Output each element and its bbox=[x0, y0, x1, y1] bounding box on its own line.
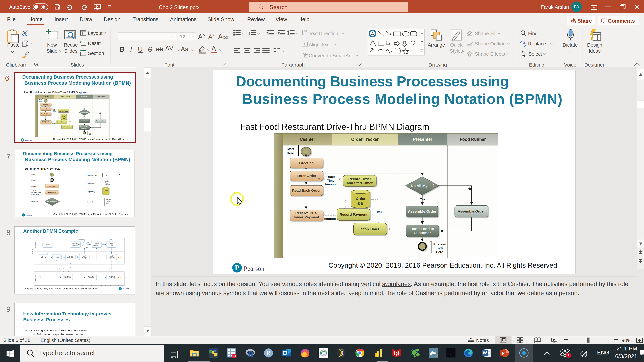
svg-text:Here: Here bbox=[287, 151, 294, 155]
svg-text:Order: Order bbox=[105, 180, 109, 182]
svg-text:Complete: Complete bbox=[64, 275, 70, 277]
svg-text:Here: Here bbox=[106, 203, 109, 204]
svg-text:tomer Payment: tomer Payment bbox=[294, 215, 319, 219]
svg-text:Time: Time bbox=[53, 110, 55, 111]
svg-text:Cashier: Cashier bbox=[300, 137, 315, 142]
svg-text:HR: HR bbox=[34, 258, 36, 260]
svg-text:No: No bbox=[468, 187, 472, 190]
svg-text:Amount: Amount bbox=[324, 217, 336, 221]
svg-text:Notify: Notify bbox=[110, 255, 114, 257]
svg-text:Assemble Order: Assemble Order bbox=[458, 209, 485, 213]
svg-text:14: 14 bbox=[233, 355, 236, 358]
svg-text:Evaluate: Evaluate bbox=[72, 243, 78, 244]
svg-text:Start: Start bbox=[31, 174, 35, 176]
svg-text:Record Order: Record Order bbox=[60, 109, 67, 111]
svg-text:Customer: Customer bbox=[414, 231, 431, 235]
svg-text:A: A bbox=[371, 31, 374, 36]
svg-text:Ends: Ends bbox=[436, 246, 444, 250]
svg-text:Here: Here bbox=[39, 100, 42, 102]
svg-text:Record Order: Record Order bbox=[348, 177, 371, 181]
svg-text:Post ad: Post ad bbox=[55, 256, 59, 258]
svg-text:Amount: Amount bbox=[105, 184, 110, 186]
svg-text:Receive Cus-: Receive Cus- bbox=[295, 211, 318, 215]
svg-text:Record Payment: Record Payment bbox=[57, 121, 66, 123]
svg-text:Applicant: Applicant bbox=[72, 244, 78, 246]
svg-text:Activity: Activity bbox=[31, 190, 36, 192]
svg-text:+: + bbox=[318, 176, 320, 181]
svg-text:Process Flow: Process Flow bbox=[87, 174, 97, 176]
svg-text:Assemble Order: Assemble Order bbox=[408, 209, 436, 214]
svg-text:Food Runner: Food Runner bbox=[460, 137, 486, 142]
svg-text:Amount: Amount bbox=[325, 183, 337, 186]
svg-text:Interview: Interview bbox=[88, 277, 94, 279]
svg-text:DB: DB bbox=[358, 202, 363, 205]
svg-text:Evaluate: Evaluate bbox=[94, 243, 99, 244]
svg-text:Elsewhere: Elsewhere bbox=[31, 194, 39, 196]
svg-text:Cashier: Cashier bbox=[44, 96, 49, 97]
svg-text:Decide on: Decide on bbox=[109, 275, 115, 277]
svg-text:Enter Order: Enter Order bbox=[48, 192, 56, 193]
svg-text:Repository: Repository bbox=[87, 191, 95, 193]
svg-text:Order Tracker: Order Tracker bbox=[61, 96, 70, 97]
svg-text:Time: Time bbox=[327, 179, 334, 182]
svg-text:Do All Myself: Do All Myself bbox=[47, 201, 57, 202]
svg-text:Decision: Decision bbox=[31, 201, 38, 202]
svg-text:Here: Here bbox=[436, 250, 443, 254]
svg-text:No: No bbox=[99, 113, 101, 114]
svg-text:Applicant: Applicant bbox=[94, 244, 99, 246]
svg-text:Assemble Order: Assemble Order bbox=[80, 120, 89, 122]
svg-text:Applicant: Applicant bbox=[109, 257, 115, 259]
svg-text:Assemble Order: Assemble Order bbox=[96, 120, 105, 121]
svg-text:Record Payment: Record Payment bbox=[340, 213, 368, 216]
svg-text:Greeting: Greeting bbox=[43, 104, 48, 105]
svg-text:Company: Company bbox=[32, 248, 34, 254]
svg-text:DB: DB bbox=[105, 192, 107, 193]
svg-text:Customer: Customer bbox=[81, 127, 87, 129]
svg-text:Take Part in: Take Part in bbox=[88, 275, 95, 277]
svg-text:Notify: Notify bbox=[110, 243, 114, 244]
svg-text:Order: Order bbox=[104, 190, 108, 191]
svg-text:Manager: Manager bbox=[34, 242, 36, 248]
svg-text:Documented: Documented bbox=[31, 192, 41, 194]
svg-text:Notify: Notify bbox=[82, 255, 86, 257]
svg-text:Enter Order: Enter Order bbox=[297, 174, 316, 178]
svg-text:Yes: Yes bbox=[420, 197, 426, 201]
svg-text:HR: HR bbox=[111, 244, 113, 246]
svg-text:No: No bbox=[88, 242, 89, 243]
svg-text:Order Tracker: Order Tracker bbox=[351, 137, 379, 142]
svg-text:Activity: Activity bbox=[31, 185, 36, 187]
svg-text:Manager: Manager bbox=[82, 257, 87, 259]
svg-text:Hand Food to: Hand Food to bbox=[410, 227, 434, 231]
svg-text:Order: Order bbox=[52, 109, 55, 110]
svg-text:Data Flow: Data Flow bbox=[87, 182, 94, 184]
svg-text:Greeting: Greeting bbox=[49, 185, 55, 187]
svg-text:Off: Off bbox=[40, 4, 46, 9]
svg-text:Order: Order bbox=[356, 197, 365, 200]
svg-text:Process: Process bbox=[106, 199, 111, 201]
svg-text:Presenter: Presenter bbox=[81, 96, 88, 97]
svg-text:Yes: Yes bbox=[86, 247, 88, 249]
svg-text:Yes: Yes bbox=[84, 116, 85, 117]
svg-text:Do All Myself: Do All Myself bbox=[80, 111, 88, 113]
svg-text:Review: Review bbox=[68, 255, 72, 257]
svg-text:Create ad: Create ad bbox=[45, 244, 51, 245]
svg-text:Time: Time bbox=[375, 210, 382, 214]
svg-text:Start: Start bbox=[286, 147, 294, 151]
svg-text:and Start Timer: and Start Timer bbox=[59, 111, 68, 112]
svg-text:Stop: Stop bbox=[31, 179, 35, 181]
svg-text:Ends: Ends bbox=[89, 133, 92, 134]
svg-text:DB: DB bbox=[63, 118, 64, 119]
svg-text:Order: Order bbox=[326, 175, 335, 179]
svg-text:Amount: Amount bbox=[52, 123, 56, 124]
svg-text:or: or bbox=[106, 174, 107, 176]
svg-text:Process: Process bbox=[88, 131, 92, 133]
svg-text:Application: Application bbox=[64, 277, 71, 279]
svg-text:Start: Start bbox=[39, 99, 42, 100]
svg-text:Greeting: Greeting bbox=[299, 161, 314, 165]
svg-text:Here: Here bbox=[89, 134, 91, 135]
svg-text:c: c bbox=[524, 43, 526, 48]
svg-text:Order: Order bbox=[62, 116, 66, 117]
svg-text:Food Runner: Food Runner bbox=[97, 96, 106, 97]
svg-text:Time: Time bbox=[105, 182, 108, 184]
svg-text:Time: Time bbox=[68, 120, 71, 122]
